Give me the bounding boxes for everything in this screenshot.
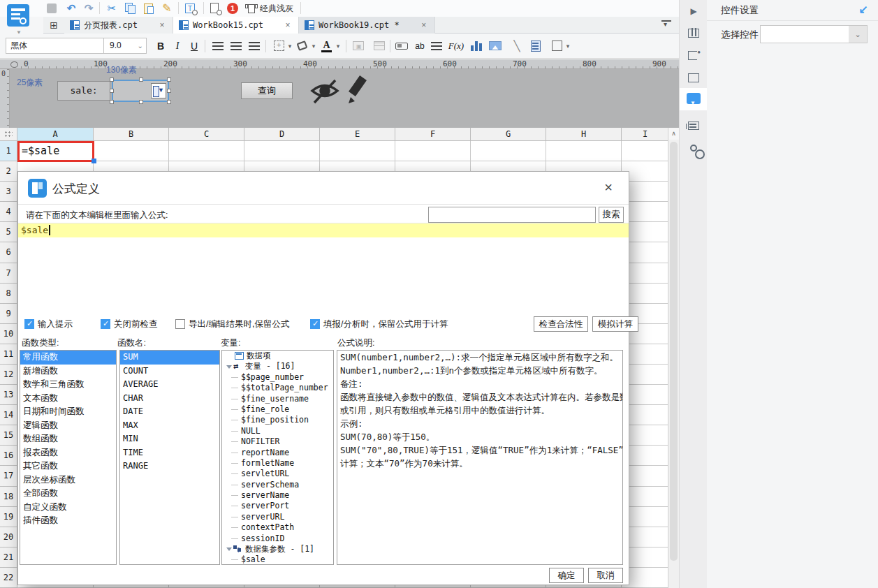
text-search-icon[interactable]: T — [184, 1, 198, 15]
row-header-5[interactable]: 5 — [0, 222, 17, 242]
formula-search-input[interactable] — [428, 207, 596, 223]
bold-button[interactable]: B — [155, 39, 166, 53]
tree-item[interactable]: 变量 - [16] — [222, 361, 333, 372]
column-header-B[interactable]: B — [94, 128, 169, 141]
formula-editor[interactable]: $sale — [18, 223, 629, 314]
row-header-19[interactable]: 19 — [0, 507, 17, 527]
tree-item[interactable]: serverName — [222, 490, 333, 501]
paste-icon[interactable] — [142, 1, 156, 15]
italic-button[interactable]: I — [173, 39, 182, 53]
row-header-2[interactable]: 2 — [0, 161, 17, 182]
checkbox-checked-icon[interactable] — [310, 319, 320, 329]
tree-item[interactable]: sessionID — [222, 534, 333, 544]
split-cells-icon[interactable] — [374, 41, 385, 50]
row-header-9[interactable]: 9 — [0, 304, 17, 324]
resize-handle[interactable] — [167, 89, 171, 93]
tree-item[interactable]: 数据项 — [222, 351, 333, 361]
tab-2[interactable]: WorkBook15.cpt× — [173, 17, 299, 34]
list-item[interactable]: MAX — [120, 419, 219, 433]
resize-handle[interactable] — [110, 89, 114, 93]
border-style-icon[interactable] — [274, 41, 284, 51]
cell-H1[interactable] — [546, 141, 622, 161]
tree-item[interactable]: serverPort — [222, 501, 333, 511]
list-item[interactable]: 新增函数 — [20, 365, 116, 378]
cell-C1[interactable] — [169, 141, 244, 161]
underline-button[interactable]: U — [189, 39, 200, 53]
row-header-20[interactable]: 20 — [0, 527, 17, 547]
condition-attributes-icon[interactable] — [680, 115, 708, 134]
hide-eye-icon[interactable] — [307, 75, 342, 107]
textbox-widget-icon[interactable] — [395, 43, 408, 50]
tab-close-icon[interactable]: × — [157, 20, 167, 30]
list-item[interactable]: 数组函数 — [20, 432, 116, 446]
resize-handle[interactable] — [167, 100, 171, 104]
checkbox-checked-icon[interactable] — [101, 319, 110, 329]
tab-1[interactable]: 分页报表.cpt× — [64, 17, 173, 34]
cell-F1[interactable] — [395, 141, 471, 161]
list-item[interactable]: AVERAGE — [120, 378, 219, 392]
column-header-E[interactable]: E — [320, 128, 395, 141]
tree-item[interactable]: reportName — [222, 448, 333, 458]
list-item[interactable]: 文本函数 — [20, 392, 116, 406]
search-button[interactable]: 搜索 — [599, 207, 624, 223]
list-item[interactable]: 逻辑函数 — [20, 419, 116, 433]
tree-item[interactable]: NULL — [222, 426, 333, 436]
tab-close-icon[interactable]: × — [419, 20, 429, 30]
column-header-A[interactable]: A — [17, 128, 94, 141]
option-2[interactable]: 关闭前检查 — [101, 318, 158, 330]
row-header-14[interactable]: 14 — [0, 405, 17, 425]
row-header-4[interactable]: 4 — [0, 202, 17, 222]
tree-item[interactable]: $fine_position — [222, 415, 333, 425]
redo-icon[interactable]: ↷ — [82, 1, 96, 15]
combobox-widget-selected[interactable] — [112, 80, 169, 102]
tree-item[interactable]: $sale — [222, 554, 333, 565]
cell-E1[interactable] — [320, 141, 395, 161]
function-type-list[interactable]: 常用函数新增函数数学和三角函数文本函数日期和时间函数逻辑函数数组函数报表函数其它… — [20, 350, 117, 565]
tree-item[interactable]: $fine_username — [222, 394, 333, 404]
list-item[interactable]: 数学和三角函数 — [20, 378, 116, 392]
fill-handle[interactable] — [92, 159, 96, 163]
list-item[interactable]: 报表函数 — [20, 446, 116, 460]
scrollbar-thumb[interactable] — [670, 142, 678, 561]
bias-cell-icon[interactable] — [552, 41, 562, 51]
ok-button[interactable]: 确定 — [549, 568, 584, 583]
column-header-D[interactable]: D — [244, 128, 320, 141]
edit-pencil-icon[interactable] — [344, 72, 373, 107]
sheet-select-all-corner[interactable] — [0, 128, 17, 141]
close-icon[interactable]: × — [601, 179, 616, 196]
list-item[interactable]: SUM — [120, 351, 219, 365]
tree-item[interactable]: $$totalPage_number — [222, 383, 333, 393]
row-header-7[interactable]: 7 — [0, 263, 17, 284]
expand-arrow-icon[interactable] — [226, 547, 232, 551]
new-template-icon[interactable]: ⊞ — [47, 19, 60, 31]
option-3[interactable]: 导出/编辑结果时,保留公式 — [175, 318, 289, 330]
cell-element-icon[interactable] — [680, 45, 708, 64]
row-header-1[interactable]: 1 — [0, 141, 17, 161]
column-header-I[interactable]: I — [622, 128, 669, 141]
cell-B1[interactable] — [94, 141, 169, 161]
merge-cells-icon[interactable]: ▣ — [353, 41, 364, 50]
undo-icon[interactable]: ↶ — [64, 1, 78, 15]
rich-text-icon[interactable] — [431, 42, 442, 50]
resize-handle[interactable] — [110, 78, 114, 82]
copy-icon[interactable] — [124, 1, 138, 15]
row-header-16[interactable]: 16 — [0, 446, 17, 466]
dock-arrow-icon[interactable]: ↙ — [859, 3, 868, 16]
message-badge[interactable]: 1 — [227, 3, 238, 14]
list-item[interactable]: COUNT — [120, 365, 219, 378]
row-header-15[interactable]: 15 — [0, 425, 17, 446]
list-item[interactable]: CHAR — [120, 392, 219, 406]
widget-settings-icon[interactable] — [680, 88, 708, 110]
row-header-21[interactable]: 21 — [0, 547, 17, 568]
column-header-C[interactable]: C — [169, 128, 244, 141]
list-item[interactable]: MIN — [120, 432, 219, 446]
tree-item[interactable]: servletURL — [222, 469, 333, 479]
resize-handle[interactable] — [139, 78, 143, 82]
list-item[interactable]: 日期和时间函数 — [20, 405, 116, 419]
align-center-icon[interactable] — [231, 42, 242, 50]
row-header-18[interactable]: 18 — [0, 487, 17, 507]
list-item[interactable]: 全部函数 — [20, 487, 116, 501]
expand-arrow-icon[interactable] — [226, 365, 232, 369]
tree-item[interactable]: contextPath — [222, 522, 333, 533]
list-item[interactable]: RANGE — [120, 460, 219, 473]
